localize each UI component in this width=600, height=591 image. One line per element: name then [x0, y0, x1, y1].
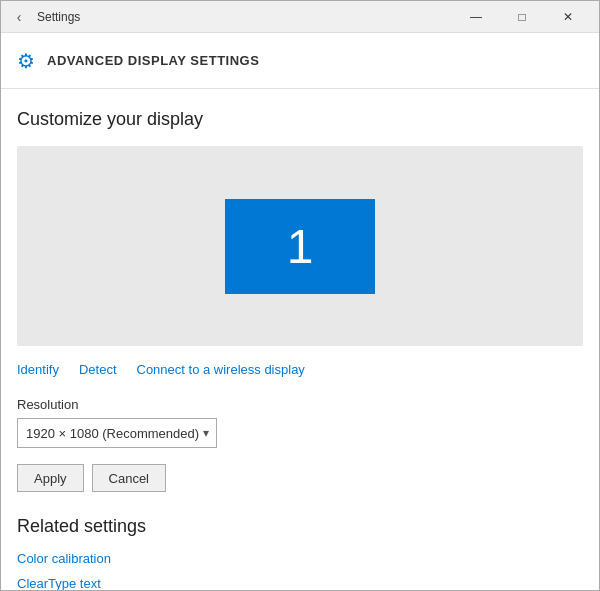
resolution-select-wrapper: 1920 × 1080 (Recommended) 1680 × 1050 16… [17, 418, 217, 448]
related-settings: Related settings Color calibration Clear… [17, 516, 583, 590]
page-header: ⚙ ADVANCED DISPLAY SETTINGS [1, 33, 599, 89]
cleartype-text-link[interactable]: ClearType text [17, 576, 583, 590]
detect-link[interactable]: Detect [79, 362, 117, 377]
display-links: Identify Detect Connect to a wireless di… [17, 362, 583, 377]
title-bar-controls: — □ ✕ [453, 1, 591, 33]
color-calibration-link[interactable]: Color calibration [17, 551, 583, 566]
wireless-display-link[interactable]: Connect to a wireless display [137, 362, 305, 377]
title-bar-text: Settings [37, 10, 80, 24]
minimize-button[interactable]: — [453, 1, 499, 33]
settings-gear-icon: ⚙ [17, 49, 35, 73]
resolution-select[interactable]: 1920 × 1080 (Recommended) 1680 × 1050 16… [17, 418, 217, 448]
monitor-number: 1 [287, 219, 314, 274]
display-preview: 1 [17, 146, 583, 346]
close-button[interactable]: ✕ [545, 1, 591, 33]
customize-title: Customize your display [17, 109, 583, 130]
identify-link[interactable]: Identify [17, 362, 59, 377]
resolution-label: Resolution [17, 397, 583, 412]
back-button[interactable]: ‹ [9, 7, 29, 27]
maximize-button[interactable]: □ [499, 1, 545, 33]
page-title: ADVANCED DISPLAY SETTINGS [47, 53, 259, 68]
main-content: Customize your display 1 Identify Detect… [1, 89, 599, 590]
settings-window: ‹ Settings — □ ✕ ⚙ ADVANCED DISPLAY SETT… [0, 0, 600, 591]
action-buttons: Apply Cancel [17, 464, 583, 492]
related-links-list: Color calibration ClearType text Advance… [17, 551, 583, 590]
apply-button[interactable]: Apply [17, 464, 84, 492]
related-settings-title: Related settings [17, 516, 583, 537]
title-bar-left: ‹ Settings [9, 7, 80, 27]
monitor-box: 1 [225, 199, 375, 294]
cancel-button[interactable]: Cancel [92, 464, 166, 492]
title-bar: ‹ Settings — □ ✕ [1, 1, 599, 33]
